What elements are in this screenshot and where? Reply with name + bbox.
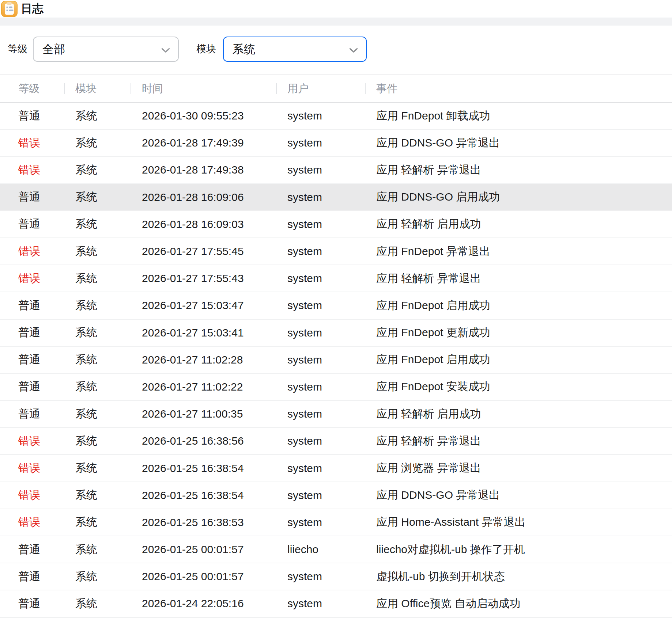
user-cell: system [276, 102, 365, 129]
user-cell: system [276, 292, 365, 319]
log-table-row[interactable]: 普通 系统 2026-01-24 22:05:16 system 应用 Offi… [0, 590, 672, 617]
log-app-icon [1, 1, 18, 17]
event-cell: 应用 FnDepot 异常退出 [365, 238, 672, 265]
event-cell: 应用 DDNS-GO 启用成功 [365, 184, 672, 211]
level-cell: 错误 [0, 129, 64, 156]
level-cell: 错误 [0, 156, 64, 183]
module-cell: 系统 [64, 346, 131, 373]
level-cell: 普通 [0, 102, 64, 129]
time-cell: 2026-01-28 17:49:38 [131, 156, 276, 183]
time-cell: 2026-01-27 11:02:22 [131, 373, 276, 400]
event-cell: 应用 Office预览 自动启动成功 [365, 590, 672, 617]
log-table-row[interactable]: 普通 系统 2026-01-27 15:03:47 system 应用 FnDe… [0, 292, 672, 319]
level-cell: 普通 [0, 292, 64, 319]
module-cell: 系统 [64, 292, 131, 319]
event-cell: 应用 FnDepot 更新成功 [365, 319, 672, 346]
log-table-row[interactable]: 错误 系统 2026-01-27 17:55:43 system 应用 轻解析 … [0, 265, 672, 292]
module-filter-select[interactable]: 系统 [223, 37, 367, 62]
event-cell: 应用 浏览器 异常退出 [365, 454, 672, 482]
module-filter-value: 系统 [233, 42, 255, 57]
log-table-row[interactable]: 普通 系统 2026-01-25 00:01:57 system 虚拟机-ub … [0, 563, 672, 590]
level-cell: 普通 [0, 400, 64, 427]
level-filter-select[interactable]: 全部 [33, 37, 179, 62]
time-cell: 2026-01-27 15:03:47 [131, 292, 276, 319]
event-cell: 应用 FnDepot 卸载成功 [365, 102, 672, 129]
column-header-time: 时间 [131, 75, 276, 102]
time-cell: 2026-01-28 17:49:39 [131, 129, 276, 156]
column-header-level: 等级 [0, 75, 64, 102]
time-cell: 2026-01-24 22:05:16 [131, 590, 276, 617]
time-cell: 2026-01-25 16:38:56 [131, 427, 276, 454]
log-table-row[interactable]: 错误 系统 2026-01-27 17:55:45 system 应用 FnDe… [0, 238, 672, 265]
user-cell: system [276, 184, 365, 211]
log-table-row[interactable]: 普通 系统 2026-01-30 09:55:23 system 应用 FnDe… [0, 102, 672, 129]
log-table-row[interactable]: 错误 系统 2026-01-28 17:49:38 system 应用 轻解析 … [0, 156, 672, 183]
module-cell: 系统 [64, 156, 131, 183]
level-cell: 错误 [0, 238, 64, 265]
time-cell: 2026-01-27 17:55:45 [131, 238, 276, 265]
user-cell: system [276, 211, 365, 238]
time-cell: 2026-01-27 15:03:41 [131, 319, 276, 346]
log-table-row[interactable]: 错误 系统 2026-01-25 16:38:56 system 应用 轻解析 … [0, 427, 672, 454]
module-cell: 系统 [64, 238, 131, 265]
module-cell: 系统 [64, 482, 131, 509]
level-cell: 普通 [0, 563, 64, 590]
log-table-row[interactable]: 错误 系统 2026-01-25 16:38:54 system 应用 DDNS… [0, 482, 672, 509]
module-cell: 系统 [64, 563, 131, 590]
time-cell: 2026-01-28 16:09:03 [131, 211, 276, 238]
log-table-row[interactable]: 错误 系统 2026-01-25 16:38:54 system 应用 浏览器 … [0, 454, 672, 482]
log-table-body: 普通 系统 2026-01-30 09:55:23 system 应用 FnDe… [0, 102, 672, 617]
log-table-row[interactable]: 普通 系统 2026-01-27 11:02:28 system 应用 FnDe… [0, 346, 672, 373]
time-cell: 2026-01-25 16:38:53 [131, 509, 276, 536]
module-filter-label: 模块 [196, 37, 216, 62]
time-cell: 2026-01-27 11:02:28 [131, 346, 276, 373]
level-cell: 普通 [0, 536, 64, 563]
level-cell: 错误 [0, 454, 64, 482]
log-table-row[interactable]: 普通 系统 2026-01-28 16:09:03 system 应用 轻解析 … [0, 211, 672, 238]
log-table-row[interactable]: 普通 系统 2026-01-27 11:00:35 system 应用 轻解析 … [0, 400, 672, 427]
event-cell: 虚拟机-ub 切换到开机状态 [365, 563, 672, 590]
level-filter-label: 等级 [8, 37, 27, 62]
level-cell: 错误 [0, 482, 64, 509]
log-table-row[interactable]: 普通 系统 2026-01-27 11:02:22 system 应用 FnDe… [0, 373, 672, 400]
event-cell: 应用 轻解析 启用成功 [365, 400, 672, 427]
module-cell: 系统 [64, 184, 131, 211]
module-cell: 系统 [64, 102, 131, 129]
user-cell: system [276, 129, 365, 156]
event-cell: 应用 DDNS-GO 异常退出 [365, 482, 672, 509]
log-table-header-row: 等级 模块 时间 用户 事件 [0, 75, 672, 102]
level-filter-value: 全部 [42, 42, 65, 57]
module-cell: 系统 [64, 427, 131, 454]
event-cell: 应用 轻解析 异常退出 [365, 427, 672, 454]
module-cell: 系统 [64, 400, 131, 427]
user-cell: system [276, 373, 365, 400]
log-table-row[interactable]: 普通 系统 2026-01-27 15:03:41 system 应用 FnDe… [0, 319, 672, 346]
module-cell: 系统 [64, 373, 131, 400]
user-cell: system [276, 400, 365, 427]
event-cell: 应用 Home-Assistant 异常退出 [365, 509, 672, 536]
time-cell: 2026-01-27 17:55:43 [131, 265, 276, 292]
event-cell: 应用 轻解析 启用成功 [365, 211, 672, 238]
log-table-row[interactable]: 普通 系统 2026-01-25 00:01:57 liiecho liiech… [0, 536, 672, 563]
log-table-row[interactable]: 错误 系统 2026-01-25 16:38:53 system 应用 Home… [0, 509, 672, 536]
event-cell: 应用 轻解析 异常退出 [365, 156, 672, 183]
module-cell: 系统 [64, 319, 131, 346]
user-cell: system [276, 482, 365, 509]
level-cell: 普通 [0, 346, 64, 373]
level-cell: 普通 [0, 319, 64, 346]
module-cell: 系统 [64, 509, 131, 536]
user-cell: liiecho [276, 536, 365, 563]
time-cell: 2026-01-25 16:38:54 [131, 482, 276, 509]
module-cell: 系统 [64, 211, 131, 238]
level-cell: 错误 [0, 509, 64, 536]
log-table-row[interactable]: 普通 系统 2026-01-28 16:09:06 system 应用 DDNS… [0, 184, 672, 211]
module-cell: 系统 [64, 129, 131, 156]
time-cell: 2026-01-25 16:38:54 [131, 454, 276, 482]
chevron-down-icon [349, 43, 358, 56]
chevron-down-icon [161, 43, 170, 56]
level-cell: 普通 [0, 590, 64, 617]
log-table-row[interactable]: 错误 系统 2026-01-28 17:49:39 system 应用 DDNS… [0, 129, 672, 156]
header-divider-band [0, 18, 672, 26]
level-cell: 错误 [0, 265, 64, 292]
event-cell: liiecho对虚拟机-ub 操作了开机 [365, 536, 672, 563]
